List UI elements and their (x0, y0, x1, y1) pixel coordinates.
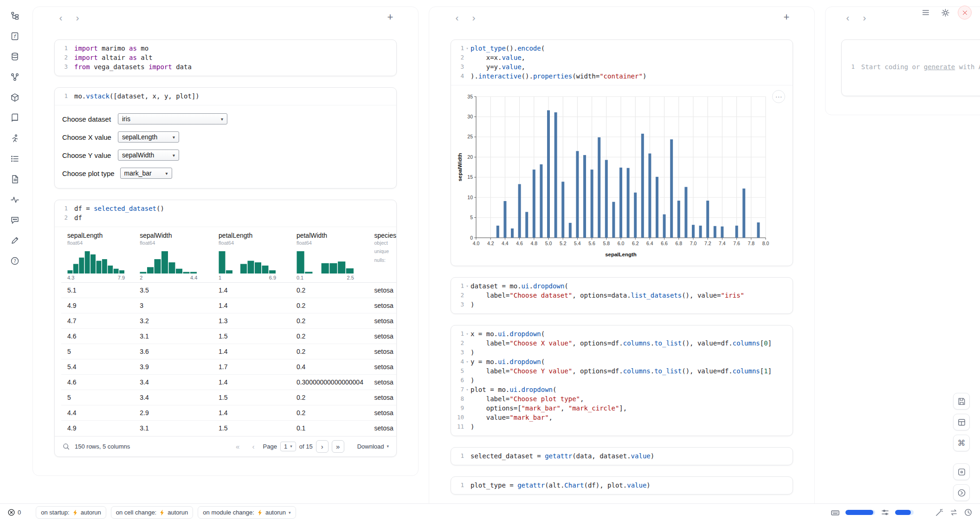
scratchpad-button[interactable] (6, 234, 23, 247)
code-line[interactable]: 3 y=y.value, (454, 62, 786, 72)
code-editor[interactable]: 1▾plot_type().encode(2 x=x.value,3 y=y.v… (451, 40, 793, 85)
column-right-button[interactable]: › (467, 11, 480, 24)
code-line[interactable]: 4▾y = mo.ui.dropdown( (454, 357, 786, 366)
x-select[interactable]: sepalLength▾ (118, 131, 179, 143)
memory-meter[interactable] (845, 510, 875, 515)
y-select[interactable]: sepalWidth▾ (118, 150, 179, 161)
vega-bar-chart[interactable]: 4.04.24.44.64.85.05.25.45.65.86.06.26.46… (456, 91, 769, 259)
minimap-button[interactable] (953, 463, 970, 480)
table-row[interactable]: 5.43.91.70.4setosa (61, 359, 396, 375)
plot-type-select[interactable]: mark_bar▾ (120, 168, 172, 179)
code-line[interactable]: 2df (58, 213, 390, 222)
code-line[interactable]: 5 label="Choose Y value", options=df.col… (454, 366, 786, 376)
code-line[interactable]: 4).interactive().properties(width="conta… (454, 72, 786, 81)
code-editor[interactable]: 1selected_dataset = getattr(data, datase… (451, 448, 793, 465)
column-header-species[interactable]: speciesobjectuniquenulls: (368, 227, 397, 283)
packages-button[interactable] (6, 91, 23, 104)
code-line[interactable]: 1mo.vstack([dataset, x, y, plot]) (58, 91, 390, 101)
chart-actions-button[interactable]: ⋯ (772, 90, 785, 103)
code-line[interactable]: 1▾plot_type().encode( (454, 44, 786, 53)
code-line[interactable]: 1plot_type = getattr(alt.Chart(df), plot… (454, 481, 786, 490)
column-header-sepalLength[interactable]: sepalLengthfloat644.37.9 (61, 227, 134, 283)
table-row[interactable]: 4.63.11.50.2setosa (61, 329, 396, 344)
fold-icon[interactable]: ▾ (464, 357, 471, 366)
cpu-meter[interactable] (895, 510, 914, 515)
table-row[interactable]: 5.13.51.40.2setosa (61, 283, 396, 298)
column-left-button[interactable]: ‹ (841, 11, 854, 24)
column-header-sepalWidth[interactable]: sepalWidthfloat6424.4 (134, 227, 213, 283)
code-line[interactable]: 2 label="Choose dataset", options=data.l… (454, 291, 786, 300)
code-line[interactable]: 6) (454, 376, 786, 385)
chat-button[interactable] (6, 214, 23, 227)
tracing-button[interactable] (6, 193, 23, 206)
page-select[interactable]: 1▾ (280, 442, 296, 451)
runtime-button[interactable] (6, 132, 23, 145)
history-icon[interactable] (964, 508, 973, 517)
keyboard-icon[interactable] (831, 508, 840, 517)
save-button[interactable] (953, 393, 970, 410)
menu-button[interactable] (919, 6, 933, 20)
fold-icon[interactable]: ▾ (464, 329, 471, 339)
code-line[interactable]: 11) (454, 422, 786, 431)
table-row[interactable]: 4.73.21.30.2setosa (61, 313, 396, 329)
code-editor[interactable]: 1▾x = mo.ui.dropdown(2 label="Choose X v… (451, 326, 793, 436)
fold-icon[interactable]: ▾ (464, 385, 471, 394)
add-cell-button[interactable]: + (780, 11, 793, 24)
error-indicator[interactable]: 0 (7, 508, 21, 516)
column-header-petalWidth[interactable]: petalWidthfloat640.12.5 (290, 227, 368, 283)
code-line[interactable]: 2import altair as alt (58, 53, 390, 62)
table-row[interactable]: 4.931.40.2setosa (61, 298, 396, 313)
column-left-button[interactable]: ‹ (451, 11, 464, 24)
code-editor[interactable]: 1plot_type = getattr(alt.Chart(df), plot… (451, 477, 793, 494)
code-line[interactable]: 3from vega_datasets import data (58, 62, 390, 72)
data-sources-button[interactable] (6, 50, 23, 63)
on-module-change-chip[interactable]: on module change: autorun ▾ (198, 506, 296, 519)
code-line[interactable]: 7▾plot = mo.ui.dropdown( (454, 385, 786, 394)
shutdown-button[interactable] (958, 6, 972, 20)
column-right-button[interactable]: › (71, 11, 84, 24)
code-line[interactable]: 2 label="Choose X value", options=df.col… (454, 339, 786, 348)
code-line[interactable]: 1selected_dataset = getattr(data, datase… (454, 451, 786, 461)
keyboard-shortcuts-button[interactable]: ⌘ (953, 435, 970, 451)
table-row[interactable]: 4.63.41.40.30000000000000004setosa (61, 375, 396, 390)
documentation-button[interactable] (6, 173, 23, 186)
fold-icon[interactable]: ▾ (464, 44, 471, 53)
code-line[interactable]: 3) (454, 300, 786, 309)
column-right-button[interactable]: › (858, 11, 871, 24)
last-page-button[interactable]: » (332, 440, 344, 453)
add-cell-button[interactable]: + (384, 11, 397, 24)
app-view-button[interactable] (953, 414, 970, 430)
dataset-select[interactable]: iris▾ (118, 113, 227, 124)
code-editor[interactable]: 1▾dataset = mo.ui.dropdown(2 label="Choo… (451, 278, 793, 313)
generate-with-ai-link[interactable]: generate (924, 63, 955, 71)
dependency-graph-button[interactable] (6, 71, 23, 84)
notebook-outline-button[interactable] (6, 111, 23, 124)
prev-page-button[interactable]: ‹ (247, 440, 260, 453)
download-button[interactable]: Download▾ (357, 443, 389, 450)
table-search-button[interactable] (62, 443, 70, 450)
code-line[interactable]: 10 value="mark_bar", (454, 413, 786, 422)
marimo-file-button[interactable]: f (6, 30, 23, 43)
code-editor[interactable]: 1df = selected_dataset()2df (55, 200, 396, 227)
code-editor[interactable]: 1 Start coding or generate with AI (842, 40, 980, 94)
table-row[interactable]: 53.41.50.2setosa (61, 390, 396, 405)
code-editor[interactable]: 1import marimo as mo2import altair as al… (55, 40, 396, 76)
fold-icon[interactable]: ▾ (464, 281, 471, 291)
code-line[interactable]: 1df = selected_dataset() (58, 204, 390, 213)
code-line[interactable]: 1import marimo as mo (58, 44, 390, 53)
on-cell-change-chip[interactable]: on cell change: autorun (111, 506, 193, 519)
code-line[interactable]: 2 x=x.value, (454, 53, 786, 62)
magic-wand-icon[interactable] (935, 508, 944, 517)
help-button[interactable]: ? (6, 254, 23, 267)
table-row[interactable]: 4.93.11.50.1setosa (61, 421, 396, 436)
first-page-button[interactable]: « (232, 440, 244, 453)
code-line[interactable]: 9 options=["mark_bar", "mark_circle"], (454, 404, 786, 413)
settings-button[interactable] (938, 6, 952, 20)
on-startup-chip[interactable]: on startup: autorun (36, 506, 106, 519)
swap-icon[interactable] (949, 508, 958, 517)
file-explorer-button[interactable] (6, 9, 23, 22)
table-row[interactable]: 53.61.40.2setosa (61, 344, 396, 359)
code-line[interactable]: 8 label="Choose plot type", (454, 394, 786, 404)
code-line[interactable]: 1▾dataset = mo.ui.dropdown( (454, 281, 786, 291)
column-left-button[interactable]: ‹ (54, 11, 67, 24)
